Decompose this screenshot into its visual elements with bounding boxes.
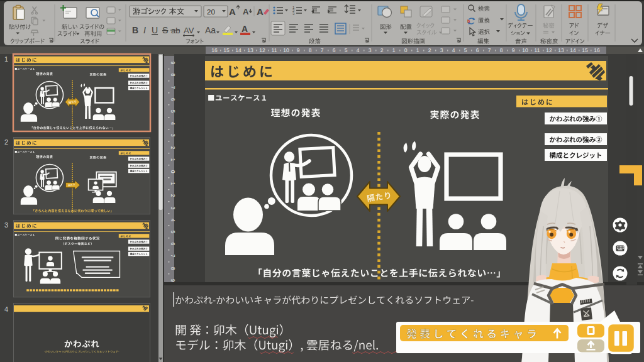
svg-text:9: 9 [170,62,176,65]
svg-text:Aa: Aa [205,25,216,35]
svg-text:5: 5 [170,110,176,113]
svg-text:1: 1 [392,47,396,53]
svg-text:4: 4 [357,47,360,53]
svg-text:10: 10 [522,47,528,53]
svg-text:1: 1 [416,47,419,53]
svg-text:b: b [467,19,470,23]
svg-text:7: 7 [488,47,491,53]
svg-text:A: A [243,7,249,16]
svg-text:6: 6 [476,47,479,53]
svg-text:13: 13 [247,47,253,53]
svg-text:3: 3 [369,47,372,53]
svg-text:U: U [152,25,158,35]
svg-text:9: 9 [170,279,176,282]
svg-text:6: 6 [333,47,336,53]
svg-text:3: 3 [170,134,176,137]
svg-text:14: 14 [570,47,576,53]
svg-text:0: 0 [404,47,408,53]
svg-text:8: 8 [309,47,312,53]
svg-text:11: 11 [272,47,277,53]
svg-text:A: A [257,6,264,17]
svg-text:1: 1 [4,55,8,63]
svg-text:AV: AV [184,26,194,35]
svg-text:4: 4 [4,305,8,313]
svg-text:15: 15 [582,47,588,53]
svg-text:13: 13 [558,47,564,53]
svg-text:10: 10 [283,47,289,53]
svg-text:2: 2 [170,146,176,150]
svg-text:8: 8 [500,47,503,53]
svg-text:9: 9 [297,47,300,53]
svg-text:A: A [242,24,248,34]
svg-text:15: 15 [223,47,230,53]
svg-text:3: 3 [170,207,176,210]
svg-text:14: 14 [235,47,242,53]
svg-text:20: 20 [207,8,215,16]
svg-text:6: 6 [170,243,176,246]
svg-text:7: 7 [321,47,324,53]
svg-text:2: 2 [170,194,176,197]
svg-text:A: A [229,6,236,17]
svg-text:2: 2 [4,138,8,146]
svg-text:2: 2 [428,47,431,53]
svg-text:1: 1 [170,158,176,162]
svg-text:12: 12 [259,47,265,53]
svg-text:8: 8 [170,74,176,77]
svg-text:4: 4 [170,122,176,125]
svg-text:3: 3 [4,221,8,229]
svg-text:4: 4 [452,47,455,53]
svg-text:5: 5 [345,47,348,53]
svg-text:1: 1 [170,182,176,185]
svg-text:9: 9 [512,47,515,53]
svg-text:I: I [143,25,146,35]
svg-text:12: 12 [546,47,552,53]
svg-text:16: 16 [211,47,218,53]
svg-text:6: 6 [170,98,176,101]
svg-text:7: 7 [170,86,176,89]
svg-text:16: 16 [594,47,600,53]
svg-text:4: 4 [170,219,176,222]
svg-text:2: 2 [380,47,384,53]
svg-text:S: S [162,25,168,35]
svg-text:11: 11 [535,47,540,53]
svg-text:7: 7 [170,255,176,258]
svg-text:3: 3 [440,47,443,53]
svg-text:B: B [132,25,138,35]
svg-text:5: 5 [170,231,176,234]
svg-text:8: 8 [170,267,176,270]
svg-text:0: 0 [170,170,176,173]
svg-text:5: 5 [464,47,467,53]
